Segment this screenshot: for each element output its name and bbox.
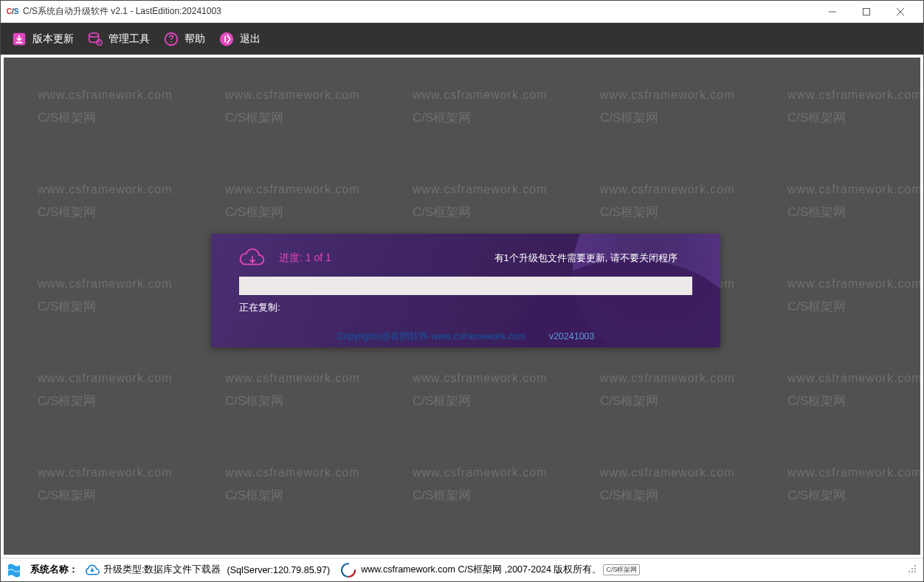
- progress-bar: [239, 277, 692, 295]
- watermark: www.csframework.comC/S框架网: [600, 466, 735, 504]
- svg-rect-1: [863, 8, 870, 15]
- copying-label: 正在复制:: [211, 295, 720, 314]
- svg-point-16: [914, 571, 916, 572]
- menu-label: 帮助: [185, 32, 205, 46]
- window-controls: [816, 1, 917, 22]
- minimize-button[interactable]: [816, 1, 849, 22]
- menu-label: 管理工具: [108, 32, 150, 46]
- footer-badge: C/S框架网: [603, 564, 640, 575]
- copyright-text: Copyrights@喜鹊软件 www.csframework.com: [337, 330, 525, 343]
- watermark: www.csframework.comC/S框架网: [38, 183, 173, 221]
- upgrade-type-text: 升级类型:数据库文件下载器: [103, 564, 221, 576]
- window-title: C/S系统自动升级软件 v2.1 - LastEdition:20241003: [23, 5, 816, 18]
- close-button[interactable]: [883, 1, 917, 22]
- app-icon: C/S: [7, 6, 18, 18]
- watermark: www.csframework.comC/S框架网: [413, 466, 548, 504]
- watermark: www.csframework.comC/S框架网: [787, 183, 920, 221]
- menu-admin-tools[interactable]: 管理工具: [87, 31, 150, 47]
- watermark: www.csframework.comC/S框架网: [413, 372, 548, 409]
- upgrade-dialog: 进度: 1 of 1 有1个升级包文件需要更新, 请不要关闭程序 正在复制: C…: [211, 234, 720, 347]
- server-info-text: (SqlServer:120.79.85.97): [227, 565, 330, 575]
- exit-icon: [218, 31, 235, 47]
- windows-flag-icon: [7, 562, 26, 578]
- download-icon: [11, 31, 27, 47]
- svg-point-11: [914, 565, 916, 567]
- watermark: www.csframework.comC/S框架网: [38, 277, 173, 315]
- maximize-button[interactable]: [849, 1, 883, 22]
- cloud-download-icon: [239, 247, 266, 269]
- progress-label: 进度: 1 of 1: [279, 252, 331, 265]
- build-version: v20241003: [549, 331, 595, 342]
- watermark: www.csframework.comC/S框架网: [600, 183, 735, 221]
- watermark: www.csframework.comC/S框架网: [787, 372, 920, 409]
- watermark: www.csframework.comC/S框架网: [600, 372, 735, 409]
- watermark: www.csframework.comC/S框架网: [787, 466, 920, 504]
- dialog-footer: Copyrights@喜鹊软件 www.csframework.com v202…: [211, 330, 720, 343]
- help-icon: [163, 31, 179, 47]
- svg-point-7: [98, 41, 100, 43]
- svg-point-9: [170, 41, 172, 43]
- svg-point-5: [89, 32, 99, 37]
- database-gear-icon: [87, 31, 103, 47]
- watermark: www.csframework.comC/S框架网: [38, 466, 173, 504]
- footer-link-text: www.csframework.com C/S框架网 ,2007-2024 版权…: [361, 564, 601, 576]
- svg-point-13: [914, 568, 916, 569]
- cs-logo-icon: [340, 562, 356, 578]
- watermark: www.csframework.comC/S框架网: [787, 277, 920, 315]
- watermark: www.csframework.comC/S框架网: [225, 372, 360, 409]
- menu-label: 版本更新: [32, 32, 74, 46]
- watermark: www.csframework.comC/S框架网: [225, 183, 360, 221]
- menu-label: 退出: [240, 32, 261, 46]
- watermark: www.csframework.comC/S框架网: [413, 183, 548, 221]
- svg-point-12: [911, 568, 913, 569]
- statusbar: 系统名称： 升级类型:数据库文件下载器 (SqlServer:120.79.85…: [1, 558, 923, 581]
- content-area: www.csframework.comC/S框架网www.csframework…: [4, 58, 920, 555]
- watermark: www.csframework.comC/S框架网: [225, 466, 360, 504]
- svg-point-15: [911, 571, 913, 572]
- watermark: www.csframework.comC/S框架网: [225, 89, 360, 126]
- watermark: www.csframework.comC/S框架网: [600, 89, 735, 126]
- menu-exit[interactable]: 退出: [218, 31, 261, 47]
- cloud-icon: [84, 564, 100, 577]
- menu-help[interactable]: 帮助: [163, 31, 205, 47]
- menu-version-update[interactable]: 版本更新: [11, 31, 74, 47]
- watermark: www.csframework.comC/S框架网: [413, 89, 548, 126]
- status-message: 有1个升级包文件需要更新, 请不要关闭程序: [494, 252, 678, 265]
- watermark: www.csframework.comC/S框架网: [38, 372, 173, 409]
- watermark: www.csframework.comC/S框架网: [38, 89, 173, 126]
- resize-grip-icon[interactable]: [907, 564, 917, 576]
- svg-point-10: [220, 32, 233, 45]
- titlebar: C/S C/S系统自动升级软件 v2.1 - LastEdition:20241…: [1, 1, 923, 23]
- system-name-label: 系统名称：: [30, 564, 78, 576]
- menubar: 版本更新 管理工具 帮助 退出: [1, 23, 923, 55]
- svg-point-14: [909, 571, 910, 572]
- watermark: www.csframework.comC/S框架网: [787, 89, 920, 126]
